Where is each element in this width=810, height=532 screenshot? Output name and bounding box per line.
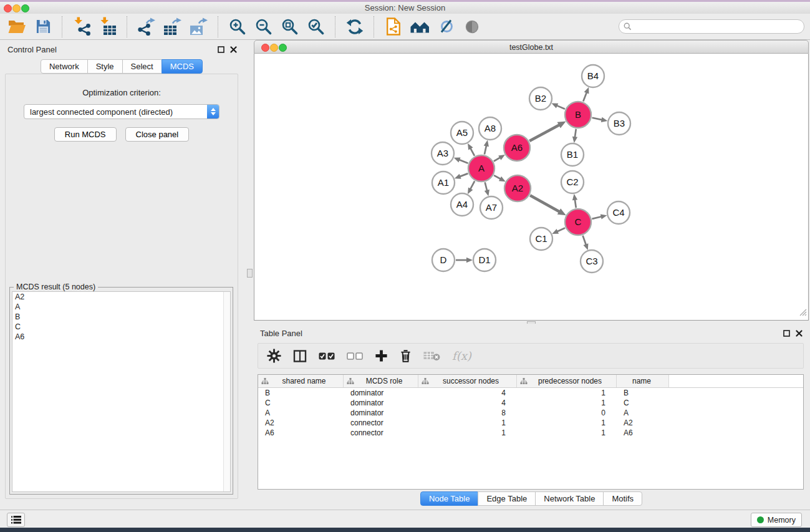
graph-node-C3[interactable]: C3 bbox=[581, 250, 603, 273]
table-row[interactable]: A2connector11A2 bbox=[258, 418, 803, 428]
graph-node-D1[interactable]: D1 bbox=[473, 249, 496, 271]
table-row[interactable]: Adominator80A bbox=[258, 408, 803, 418]
graph-edge-A-A1[interactable] bbox=[455, 173, 468, 179]
open-folder-icon[interactable] bbox=[4, 15, 30, 39]
control-panel-float-button[interactable] bbox=[217, 46, 225, 54]
gear-icon[interactable] bbox=[267, 349, 281, 363]
column-header-mcds-role[interactable]: MCDS role bbox=[344, 375, 418, 387]
graph-node-A[interactable]: A bbox=[468, 155, 494, 181]
zoom-out-icon[interactable] bbox=[251, 15, 277, 39]
search-input[interactable] bbox=[632, 22, 804, 32]
select-all-icon[interactable] bbox=[319, 352, 335, 360]
graph-edge-B-B4[interactable] bbox=[583, 87, 589, 102]
delete-table-icon[interactable] bbox=[423, 351, 440, 361]
graph-node-C1[interactable]: C1 bbox=[530, 228, 552, 250]
column-header-predecessor-nodes[interactable]: predecessor nodes bbox=[517, 375, 617, 387]
run-mcds-button[interactable]: Run MCDS bbox=[54, 127, 117, 142]
import-network-icon[interactable] bbox=[69, 15, 95, 39]
zoom-in-icon[interactable] bbox=[224, 15, 251, 39]
columns-icon[interactable] bbox=[293, 349, 307, 363]
graph-node-A8[interactable]: A8 bbox=[479, 117, 501, 140]
table-panel-float-button[interactable] bbox=[783, 329, 791, 337]
graph-edge-A-A6[interactable] bbox=[494, 155, 505, 161]
graph-edge-A-A4[interactable] bbox=[468, 181, 475, 194]
result-list-item[interactable]: B bbox=[12, 312, 230, 322]
graph-edge-D-D1[interactable] bbox=[456, 258, 473, 263]
result-list-scrollbar[interactable] bbox=[223, 292, 230, 491]
graph-edge-A-A7[interactable] bbox=[485, 182, 489, 196]
graph-node-A3[interactable]: A3 bbox=[432, 142, 454, 165]
hide-details-icon[interactable] bbox=[433, 15, 459, 39]
export-image-icon[interactable] bbox=[186, 15, 212, 39]
graph-node-D[interactable]: D bbox=[432, 249, 455, 271]
network-window-titlebar[interactable]: testGlobe.txt bbox=[254, 40, 809, 54]
add-icon[interactable] bbox=[375, 349, 388, 362]
result-list-item[interactable]: A2 bbox=[12, 292, 230, 302]
tab-motifs[interactable]: Motifs bbox=[603, 491, 642, 506]
graph-node-B1[interactable]: B1 bbox=[561, 143, 584, 166]
graph-node-B[interactable]: B bbox=[565, 102, 591, 128]
graph-node-B3[interactable]: B3 bbox=[608, 112, 630, 135]
graph-node-C2[interactable]: C2 bbox=[561, 171, 584, 193]
table-row[interactable]: Cdominator41C bbox=[258, 398, 803, 408]
tab-node-table[interactable]: Node Table bbox=[420, 491, 479, 506]
graph-node-B2[interactable]: B2 bbox=[529, 87, 552, 110]
graph-edge-A-A8[interactable] bbox=[484, 140, 489, 155]
tab-network-table[interactable]: Network Table bbox=[535, 491, 604, 506]
zoom-selected-icon[interactable] bbox=[303, 15, 329, 39]
graph-edge-B-B2[interactable] bbox=[551, 104, 564, 109]
result-list-item[interactable]: A bbox=[12, 302, 230, 312]
import-table-icon[interactable] bbox=[95, 15, 121, 39]
column-header-name[interactable]: name bbox=[617, 375, 669, 387]
control-panel-close-button[interactable] bbox=[229, 46, 238, 54]
graph-edge-C-C4[interactable] bbox=[592, 214, 607, 219]
tab-mcds[interactable]: MCDS bbox=[162, 59, 203, 74]
zoom-fit-icon[interactable] bbox=[277, 15, 303, 39]
graph-node-A5[interactable]: A5 bbox=[451, 122, 473, 144]
graph-edge-A-A2[interactable] bbox=[494, 175, 506, 181]
graph-edge-B-B3[interactable] bbox=[592, 117, 607, 122]
refresh-icon[interactable] bbox=[342, 15, 368, 39]
deselect-all-icon[interactable] bbox=[347, 352, 363, 360]
tab-style[interactable]: Style bbox=[87, 59, 123, 74]
vertical-divider-handle[interactable] bbox=[247, 269, 253, 278]
resize-grip-icon[interactable] bbox=[799, 307, 807, 319]
result-list-item[interactable]: C bbox=[12, 322, 230, 332]
tab-edge-table[interactable]: Edge Table bbox=[478, 491, 536, 506]
graph-edge-C-C1[interactable] bbox=[552, 228, 565, 235]
close-panel-button[interactable]: Close panel bbox=[125, 127, 190, 142]
tab-select[interactable]: Select bbox=[122, 59, 162, 74]
graph-edge-C-C3[interactable] bbox=[583, 236, 589, 250]
graph-node-A2[interactable]: A2 bbox=[504, 175, 531, 201]
table-row[interactable]: Bdominator41B bbox=[258, 388, 803, 398]
graph-node-A1[interactable]: A1 bbox=[432, 172, 455, 194]
network-canvas[interactable]: AA1A2A3A4A5A6A7A8BB1B2B3B4CC1C2C3C4DD1 bbox=[254, 54, 809, 321]
mcds-result-list[interactable]: A2ABCA6 bbox=[12, 291, 231, 492]
show-details-icon[interactable] bbox=[459, 15, 485, 39]
result-list-item[interactable]: A6 bbox=[12, 332, 230, 342]
column-header-successor-nodes[interactable]: successor nodes bbox=[418, 375, 517, 387]
task-history-button[interactable] bbox=[7, 513, 25, 527]
delete-icon[interactable] bbox=[400, 349, 412, 363]
graph-edge-A2-C[interactable] bbox=[530, 195, 566, 215]
graph-node-A6[interactable]: A6 bbox=[504, 135, 530, 161]
graph-edge-C-C2[interactable] bbox=[572, 194, 577, 208]
home-icon[interactable] bbox=[407, 15, 433, 39]
table-row[interactable]: A6connector11A6 bbox=[258, 428, 803, 438]
graph-node-C[interactable]: C bbox=[565, 209, 591, 235]
graph-node-B4[interactable]: B4 bbox=[582, 65, 604, 87]
table-panel-close-button[interactable] bbox=[795, 329, 803, 337]
graph-edge-A-A5[interactable] bbox=[468, 143, 475, 156]
search-box[interactable] bbox=[619, 19, 804, 34]
tab-network[interactable]: Network bbox=[41, 59, 88, 74]
memory-button[interactable]: Memory bbox=[751, 513, 802, 527]
graph-edge-A-A3[interactable] bbox=[454, 158, 468, 163]
graph-edge-B-B1[interactable] bbox=[572, 129, 577, 143]
export-network-icon[interactable] bbox=[133, 15, 160, 39]
graph-node-A4[interactable]: A4 bbox=[451, 193, 473, 216]
graph-edge-A6-B[interactable] bbox=[529, 121, 566, 141]
graph-node-A7[interactable]: A7 bbox=[480, 196, 503, 219]
function-icon[interactable]: f(x) bbox=[452, 351, 471, 362]
new-network-from-selection-icon[interactable] bbox=[380, 15, 407, 39]
column-header-shared-name[interactable]: shared name bbox=[258, 375, 344, 387]
